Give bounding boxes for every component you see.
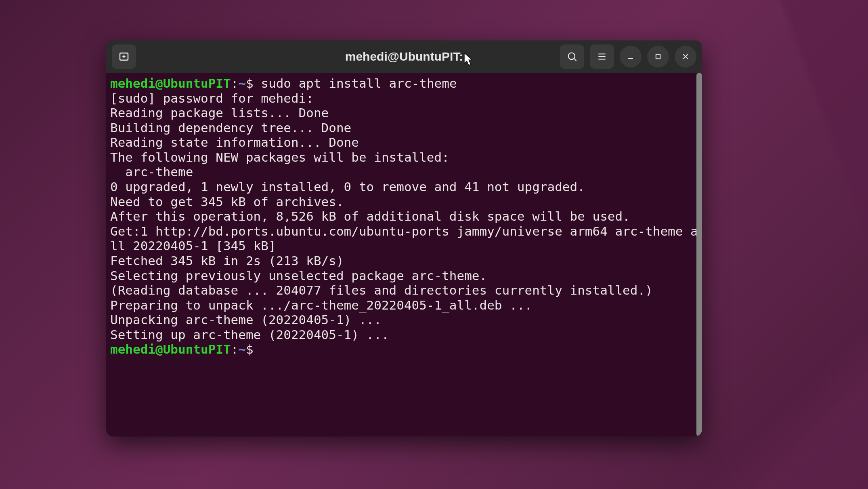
terminal-line: Building dependency tree... Done	[110, 120, 698, 135]
terminal-line: (Reading database ... 204077 files and d…	[110, 283, 698, 298]
svg-rect-9	[656, 55, 660, 59]
terminal-line: mehedi@UbuntuPIT:~$ sudo apt install arc…	[110, 76, 698, 91]
prompt-colon: :	[231, 76, 239, 91]
search-button[interactable]	[560, 44, 584, 69]
new-tab-button[interactable]	[112, 44, 136, 69]
prompt-path: ~	[238, 342, 246, 356]
new-tab-icon	[118, 51, 130, 63]
minimize-button[interactable]	[620, 46, 642, 67]
terminal-line: Need to get 345 kB of archives.	[110, 194, 698, 209]
close-button[interactable]	[675, 46, 696, 67]
search-icon	[566, 51, 578, 62]
terminal-line: The following NEW packages will be insta…	[110, 150, 698, 165]
prompt-path: ~	[238, 76, 246, 91]
command-text: sudo apt install arc-theme	[261, 76, 457, 91]
terminal-line: [sudo] password for mehedi:	[110, 91, 698, 106]
prompt-user-host: mehedi@UbuntuPIT	[110, 76, 231, 91]
terminal-line: Setting up arc-theme (20220405-1) ...	[110, 327, 698, 342]
terminal-line: Get:1 http://bd.ports.ubuntu.com/ubuntu-…	[110, 224, 698, 253]
close-icon	[681, 53, 690, 61]
terminal-line: mehedi@UbuntuPIT:~$	[110, 342, 698, 357]
titlebar[interactable]: mehedi@UbuntuPIT:	[106, 40, 702, 73]
terminal-line: arc-theme	[110, 164, 698, 179]
minimize-icon	[627, 53, 635, 61]
prompt-user-host: mehedi@UbuntuPIT	[110, 342, 231, 356]
terminal-line: Preparing to unpack .../arc-theme_202204…	[110, 298, 698, 313]
terminal-line: Reading state information... Done	[110, 135, 698, 150]
prompt-symbol: $	[246, 342, 254, 356]
scrollbar[interactable]	[696, 73, 702, 436]
terminal-window: mehedi@UbuntuPIT:	[106, 40, 702, 436]
terminal-line: 0 upgraded, 1 newly installed, 0 to remo…	[110, 179, 698, 194]
svg-line-4	[574, 59, 576, 61]
maximize-icon	[654, 53, 662, 60]
prompt-colon: :	[231, 342, 239, 356]
terminal-line: After this operation, 8,526 kB of additi…	[110, 209, 698, 224]
terminal-body[interactable]: mehedi@UbuntuPIT:~$ sudo apt install arc…	[106, 73, 702, 436]
terminal-line: Selecting previously unselected package …	[110, 268, 698, 283]
svg-point-3	[568, 53, 575, 59]
terminal-line: Reading package lists... Done	[110, 105, 698, 120]
prompt-symbol: $	[246, 76, 254, 91]
menu-button[interactable]	[590, 44, 614, 69]
terminal-output: [sudo] password for mehedi: Reading pack…	[110, 91, 698, 342]
terminal-line: Fetched 345 kB in 2s (213 kB/s)	[110, 253, 698, 268]
hamburger-icon	[597, 51, 607, 62]
maximize-button[interactable]	[647, 46, 669, 67]
terminal-line: Unpacking arc-theme (20220405-1) ...	[110, 312, 698, 327]
